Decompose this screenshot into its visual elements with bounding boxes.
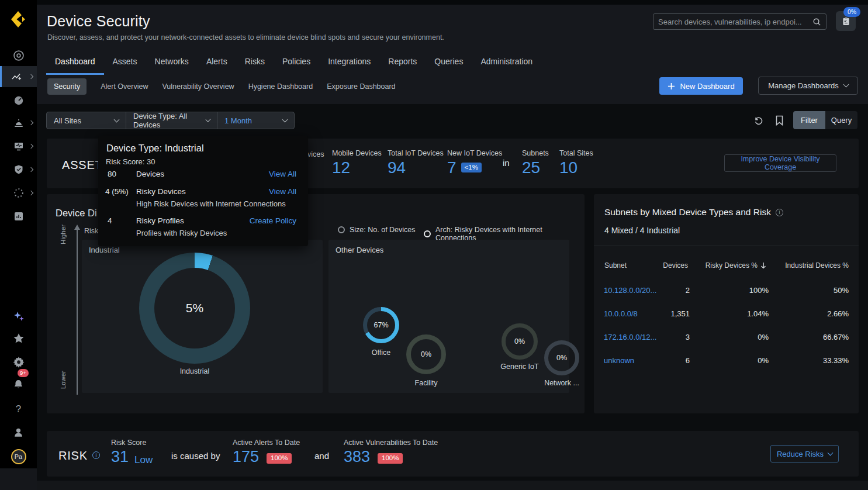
chevron-right-icon bbox=[29, 120, 33, 125]
sites-select[interactable]: All Sites bbox=[47, 112, 126, 129]
improve-visibility-button[interactable]: Improve Device Visibility Coverage bbox=[724, 154, 836, 172]
global-search[interactable] bbox=[653, 13, 826, 30]
tab-assets[interactable]: Assets bbox=[104, 53, 146, 75]
stat-value[interactable]: 7 bbox=[447, 159, 457, 176]
col-header-risky[interactable]: Risky Devices % bbox=[706, 261, 766, 270]
manage-dashboards-label: Manage Dashboards bbox=[768, 81, 839, 90]
tooltip-risk-score: Risk Score: 30 bbox=[106, 157, 155, 166]
brand-logo[interactable] bbox=[0, 7, 37, 32]
sidebar-item-reports[interactable] bbox=[0, 205, 37, 227]
stat-label: Total IoT Devices bbox=[388, 149, 444, 157]
stat-label: Mobile Devices bbox=[332, 149, 382, 157]
info-icon[interactable]: i bbox=[92, 451, 100, 459]
bubble-office[interactable]: 67% bbox=[363, 307, 399, 343]
sidebar-item-dashboard[interactable] bbox=[0, 89, 37, 112]
subtab-alert-overview[interactable]: Alert Overview bbox=[101, 82, 148, 91]
tab-risks[interactable]: Risks bbox=[236, 53, 274, 75]
sidebar-item-discovery[interactable] bbox=[0, 44, 37, 67]
device-type-select[interactable]: Device Type: All Devices bbox=[126, 112, 217, 129]
bookmark-button[interactable] bbox=[773, 114, 786, 127]
bubble-generic-iot[interactable]: 0% bbox=[502, 323, 538, 360]
col-header-industrial[interactable]: Industrial Devices % bbox=[785, 261, 849, 270]
tab-queries[interactable]: Queries bbox=[426, 53, 472, 75]
subtab-vulnerability-overview[interactable]: Vulnerability Overview bbox=[162, 82, 234, 91]
tab-alerts[interactable]: Alerts bbox=[198, 53, 236, 75]
create-policy-link[interactable]: Create Policy bbox=[250, 216, 296, 225]
sidebar-item-device-security[interactable] bbox=[0, 66, 37, 87]
new-dashboard-button[interactable]: New Dashboard bbox=[659, 77, 743, 95]
stat-value[interactable]: 25 bbox=[522, 159, 549, 176]
query-mode-button[interactable]: Query bbox=[825, 111, 857, 129]
chevron-right-icon bbox=[29, 74, 33, 79]
active-vulns-value[interactable]: 383 bbox=[344, 449, 370, 465]
view-all-link[interactable]: View All bbox=[269, 187, 296, 196]
info-icon[interactable]: i bbox=[776, 209, 783, 216]
tooltip-count: 4 (5%) bbox=[105, 187, 129, 196]
obscured-stat-label-fragment: vices bbox=[307, 150, 324, 158]
user-icon bbox=[12, 426, 25, 439]
bubble-value: 0% bbox=[514, 337, 525, 346]
manage-dashboards-button[interactable]: Manage Dashboards bbox=[758, 77, 858, 95]
active-alerts-value[interactable]: 175 bbox=[233, 449, 259, 465]
cell-risky: 1.04% bbox=[747, 309, 769, 318]
chevron-right-icon bbox=[29, 167, 33, 172]
col-header-subnet[interactable]: Subnet bbox=[604, 261, 627, 270]
risk-section-title: RISK bbox=[58, 449, 88, 463]
sidebar-item-ai-assistant[interactable] bbox=[0, 305, 37, 327]
search-input[interactable] bbox=[653, 18, 812, 26]
sidebar-item-account[interactable]: Pa bbox=[0, 446, 37, 468]
period-select-value: 1 Month bbox=[224, 116, 252, 125]
subnet-link[interactable]: 10.0.0.0/8 bbox=[604, 309, 638, 318]
subnet-link[interactable]: 10.128.0.0/20... bbox=[604, 286, 656, 295]
stat-value[interactable]: 94 bbox=[388, 159, 444, 176]
toggle-size[interactable]: Size: No. of Devices bbox=[338, 226, 416, 234]
bubble-value: 0% bbox=[421, 350, 431, 358]
chevron-right-icon bbox=[29, 191, 33, 195]
brand-logo-icon bbox=[9, 10, 28, 29]
filter-mode-button[interactable]: Filter bbox=[793, 111, 825, 129]
search-icon bbox=[812, 18, 821, 26]
subnet-link[interactable]: 172.16.0.0/12... bbox=[604, 333, 656, 341]
sidebar-item-favorites[interactable] bbox=[0, 327, 37, 350]
cell-risky: 0% bbox=[758, 333, 769, 341]
period-select[interactable]: 1 Month bbox=[217, 112, 294, 129]
tab-dashboard[interactable]: Dashboard bbox=[46, 53, 104, 75]
sidebar-item-help[interactable]: ? bbox=[0, 398, 37, 420]
bubble-value: 67% bbox=[374, 321, 388, 329]
reduce-risks-button[interactable]: Reduce Risks bbox=[770, 445, 839, 463]
sidebar-item-policies[interactable] bbox=[0, 158, 37, 181]
subtab-exposure-dashboard[interactable]: Exposure Dashboard bbox=[327, 82, 395, 91]
subtab-hygiene-dashboard[interactable]: Hygiene Dashboard bbox=[248, 82, 313, 91]
sidebar-item-alerts[interactable] bbox=[0, 112, 37, 134]
caused-by-label: is caused by bbox=[171, 451, 220, 461]
bubble-value: 0% bbox=[556, 354, 567, 362]
industrial-donut-chart[interactable]: 5% bbox=[139, 253, 250, 364]
sidebar-item-notifications[interactable]: 9+ bbox=[0, 373, 37, 395]
axis-higher-label: Higher bbox=[60, 225, 67, 244]
cell-risky: 0% bbox=[758, 356, 769, 365]
page-subtitle: Discover, assess, and protect your netwo… bbox=[47, 33, 444, 42]
sidebar-item-processes[interactable] bbox=[0, 182, 37, 204]
subnet-link[interactable]: unknown bbox=[604, 356, 634, 365]
tab-integrations[interactable]: Integrations bbox=[319, 53, 379, 75]
stat-value[interactable]: 10 bbox=[559, 159, 593, 176]
tab-administration[interactable]: Administration bbox=[472, 53, 541, 75]
bubble-facility[interactable]: 0% bbox=[406, 334, 446, 374]
sidebar-item-appliances[interactable] bbox=[0, 135, 37, 157]
tab-networks[interactable]: Networks bbox=[146, 53, 198, 75]
view-all-link[interactable]: View All bbox=[269, 170, 296, 178]
sidebar-item-user[interactable] bbox=[0, 421, 37, 443]
stat-value[interactable]: 12 bbox=[332, 159, 382, 176]
subtab-security[interactable]: Security bbox=[47, 78, 87, 95]
refresh-button[interactable] bbox=[752, 114, 765, 127]
bubble-network[interactable]: 0% bbox=[544, 340, 579, 375]
tab-reports[interactable]: Reports bbox=[379, 53, 426, 75]
device-type-tooltip: Device Type: Industrial Risk Score: 30 8… bbox=[98, 136, 308, 246]
tab-policies[interactable]: Policies bbox=[274, 53, 319, 75]
vulns-percent-badge: 100% bbox=[378, 453, 403, 464]
col-header-risky-label: Risky Devices % bbox=[706, 261, 758, 270]
col-header-devices[interactable]: Devices bbox=[663, 261, 688, 270]
tooltip-title: Device Type: Industrial bbox=[106, 143, 204, 154]
subnets-subtitle: 4 Mixed / 4 Industrial bbox=[604, 226, 680, 235]
sidebar-collapse[interactable] bbox=[0, 468, 37, 490]
